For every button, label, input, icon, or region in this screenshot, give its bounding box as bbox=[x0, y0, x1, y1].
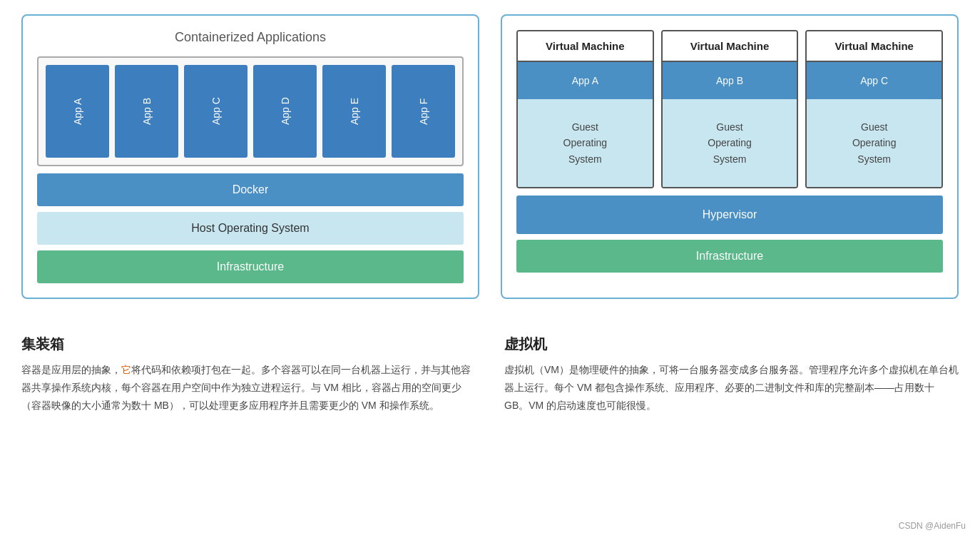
host-os-layer: Host Operating System bbox=[37, 212, 464, 245]
docker-layer: Docker bbox=[37, 173, 464, 206]
diagrams-row: Containerized Applications App A App B A… bbox=[21, 14, 959, 299]
container-app-f: App F bbox=[392, 65, 455, 158]
container-apps-wrapper: App A App B App C App D App E App F bbox=[37, 56, 464, 166]
container-app-d: App D bbox=[253, 65, 317, 158]
hypervisor-layer: Hypervisor bbox=[516, 196, 943, 234]
container-app-e: App E bbox=[322, 65, 386, 158]
container-infrastructure-layer: Infrastructure bbox=[37, 250, 464, 283]
vm-2-app: App B bbox=[663, 62, 797, 99]
vm-description: 虚拟机（VM）是物理硬件的抽象，可将一台服务器变成多台服务器。管理程序允许多个虚… bbox=[504, 361, 959, 415]
text-section: 集装箱 容器是应用层的抽象，它将代码和依赖项打包在一起。多个容器可以在同一台机器… bbox=[21, 328, 959, 415]
vm-2-guest-os: GuestOperatingSystem bbox=[663, 99, 797, 187]
vm-1-guest-os: GuestOperatingSystem bbox=[518, 99, 653, 187]
container-heading: 集装箱 bbox=[21, 335, 476, 354]
container-app-b: App B bbox=[115, 65, 178, 158]
vm-column-2: Virtual Machine App B GuestOperatingSyst… bbox=[661, 30, 799, 188]
container-diagram: Containerized Applications App A App B A… bbox=[21, 14, 479, 299]
container-description: 容器是应用层的抽象，它将代码和依赖项打包在一起。多个容器可以在同一台机器上运行，… bbox=[21, 361, 476, 415]
vm-column-3: Virtual Machine App C GuestOperatingSyst… bbox=[805, 30, 943, 188]
container-apps-row: App A App B App C App D App E App F bbox=[46, 65, 455, 158]
vm-heading: 虚拟机 bbox=[504, 335, 959, 354]
container-text-col: 集装箱 容器是应用层的抽象，它将代码和依赖项打包在一起。多个容器可以在同一台机器… bbox=[21, 335, 476, 415]
vm-3-app: App C bbox=[807, 62, 941, 99]
vm-diagram: Virtual Machine App A GuestOperatingSyst… bbox=[501, 14, 959, 299]
vm-3-guest-os: GuestOperatingSystem bbox=[807, 99, 941, 187]
container-app-c: App C bbox=[184, 65, 247, 158]
vm-column-1: Virtual Machine App A GuestOperatingSyst… bbox=[516, 30, 654, 188]
container-app-a: App A bbox=[46, 65, 109, 158]
vm-2-title: Virtual Machine bbox=[663, 31, 797, 62]
vm-1-app: App A bbox=[518, 62, 653, 99]
csdn-credit: CSDN @AidenFu bbox=[899, 521, 966, 531]
vm-1-title: Virtual Machine bbox=[518, 31, 653, 62]
vm-infrastructure-layer: Infrastructure bbox=[516, 240, 943, 273]
vm-machines-row: Virtual Machine App A GuestOperatingSyst… bbox=[516, 30, 943, 188]
vm-3-title: Virtual Machine bbox=[807, 31, 941, 62]
container-diagram-title: Containerized Applications bbox=[37, 30, 464, 45]
vm-text-col: 虚拟机 虚拟机（VM）是物理硬件的抽象，可将一台服务器变成多台服务器。管理程序允… bbox=[504, 335, 959, 415]
container-highlight: 它 bbox=[121, 364, 131, 375]
